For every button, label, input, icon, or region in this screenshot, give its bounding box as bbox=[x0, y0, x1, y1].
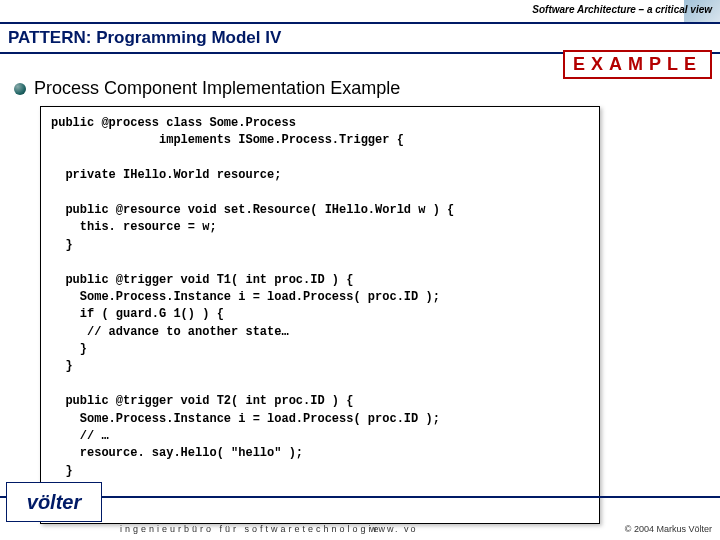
header-subtitle: Software Architecture – a critical view bbox=[532, 4, 712, 15]
footer-copyright: © 2004 Markus Völter bbox=[625, 524, 712, 534]
footer-tagline: ingenieurbüro für softwaretechnologie bbox=[120, 524, 382, 534]
code-content: public @process class Some.Process imple… bbox=[51, 115, 589, 515]
footer: völter ingenieurbüro für softwaretechnol… bbox=[0, 496, 720, 540]
footer-divider bbox=[0, 496, 720, 498]
example-badge: EXAMPLE bbox=[563, 50, 712, 79]
logo: völter bbox=[6, 482, 102, 522]
bullet-row: Process Component Implementation Example bbox=[14, 78, 400, 99]
bullet-text: Process Component Implementation Example bbox=[34, 78, 400, 99]
footer-url: www. vo bbox=[370, 524, 418, 534]
page-title: PATTERN: Programming Model IV bbox=[8, 28, 281, 47]
logo-text: völter bbox=[27, 491, 81, 514]
code-box: public @process class Some.Process imple… bbox=[40, 106, 600, 524]
bullet-icon bbox=[14, 83, 26, 95]
